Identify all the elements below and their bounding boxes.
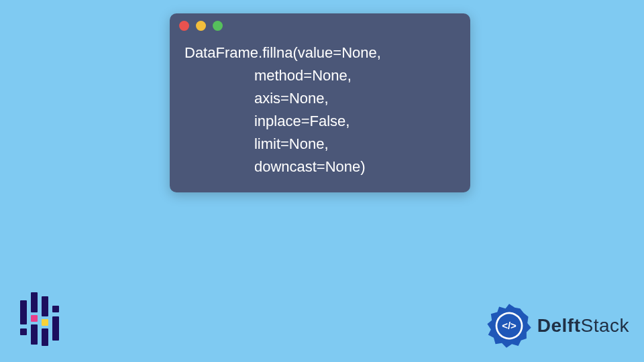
minimize-icon[interactable] xyxy=(196,21,206,31)
code-line: inplace=False, xyxy=(184,113,350,129)
window-titlebar xyxy=(170,13,470,38)
code-line: DataFrame.fillna(value=None, xyxy=(184,44,381,61)
code-line: limit=None, xyxy=(184,135,329,152)
code-body: DataFrame.fillna(value=None, method=None… xyxy=(170,38,470,183)
delftstack-logo: </> DelftStack xyxy=(486,303,629,349)
pandas-logo-icon xyxy=(19,292,60,346)
wordmark-bold: Delft xyxy=(537,315,581,336)
code-line: method=None, xyxy=(184,67,352,84)
code-window: DataFrame.fillna(value=None, method=None… xyxy=(170,13,470,192)
zoom-icon[interactable] xyxy=(213,21,223,31)
wordmark-light: Stack xyxy=(580,315,629,336)
badge-glyph: </> xyxy=(502,320,517,331)
code-line: downcast=None) xyxy=(184,158,366,175)
code-line: axis=None, xyxy=(184,90,329,107)
close-icon[interactable] xyxy=(179,21,189,31)
delftstack-wordmark: DelftStack xyxy=(537,315,629,337)
delftstack-badge-icon: </> xyxy=(486,303,532,349)
